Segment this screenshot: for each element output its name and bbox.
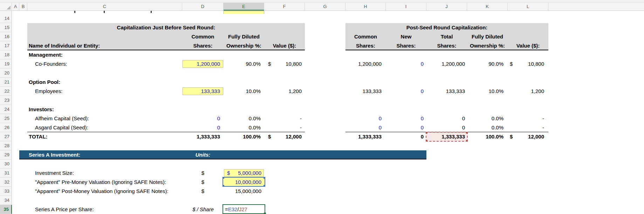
header-shares-h[interactable]: Shares: bbox=[345, 41, 386, 50]
column-header-d[interactable]: D bbox=[182, 3, 224, 10]
fill-handle-icon[interactable] bbox=[264, 213, 266, 214]
row-header-35-active[interactable]: 35 bbox=[0, 205, 12, 214]
section-option-pool[interactable]: Option Pool: bbox=[29, 78, 60, 87]
section-investors[interactable]: Investors: bbox=[29, 105, 54, 114]
row-header-26[interactable]: 26 bbox=[0, 123, 12, 132]
row-header-33[interactable]: 33 bbox=[0, 187, 12, 196]
formula-text[interactable]: =E32/J27 bbox=[225, 205, 247, 214]
alfheim-post-ownership[interactable]: 0.0% bbox=[467, 114, 503, 123]
header-value-right[interactable]: Value ($): bbox=[508, 41, 548, 50]
header-shares-i[interactable]: Shares: bbox=[386, 41, 426, 50]
row-header-28[interactable]: 28 bbox=[0, 141, 12, 150]
total-ownership[interactable]: 100.0% bbox=[224, 132, 261, 141]
column-header-c[interactable]: C bbox=[27, 3, 182, 10]
investment-size-unit[interactable]: $ bbox=[182, 169, 224, 178]
asgard-value[interactable]: - bbox=[264, 123, 302, 132]
row-header-34[interactable]: 34 bbox=[0, 196, 12, 205]
header-fully-diluted-right[interactable]: Fully Diluted bbox=[467, 32, 508, 41]
row-header-24[interactable]: 24 bbox=[0, 105, 12, 114]
row-header-15[interactable]: 15 bbox=[0, 23, 12, 32]
row-header-30[interactable]: 30 bbox=[0, 159, 12, 169]
row-header-14[interactable]: 14 bbox=[0, 14, 12, 23]
alfheim-post-value[interactable]: - bbox=[508, 114, 544, 123]
row-header-27[interactable]: 27 bbox=[0, 132, 12, 141]
row-header-22[interactable]: 22 bbox=[0, 87, 12, 96]
header-ownership-left[interactable]: Ownership %: bbox=[224, 41, 264, 50]
investment-size-value[interactable]: 5,000,000 bbox=[224, 169, 261, 178]
row-header-31[interactable]: 31 bbox=[0, 169, 12, 178]
column-header-b[interactable]: B bbox=[19, 3, 27, 10]
column-header-a[interactable]: A bbox=[12, 3, 19, 10]
pre-money-label[interactable]: "Apparent" Pre-Money Valuation (Ignoring… bbox=[35, 178, 166, 187]
column-header-i[interactable]: I bbox=[386, 3, 426, 10]
row-header-32[interactable]: 32 bbox=[0, 178, 12, 187]
employees-post-value[interactable]: 1,200 bbox=[508, 87, 544, 96]
total-total-shares[interactable]: 1,333,333 bbox=[426, 132, 465, 141]
column-header-g[interactable]: G bbox=[305, 3, 345, 10]
asgard-new-shares[interactable]: 0 bbox=[386, 123, 424, 132]
asgard-post-value[interactable]: - bbox=[508, 123, 544, 132]
row-header-23[interactable]: 23 bbox=[0, 96, 12, 105]
total-label[interactable]: TOTAL: bbox=[29, 132, 48, 141]
total-new-shares[interactable]: 0 bbox=[386, 132, 424, 141]
row-header-25[interactable]: 25 bbox=[0, 114, 12, 123]
select-all-corner[interactable] bbox=[0, 3, 12, 10]
alfheim-value[interactable]: - bbox=[264, 114, 302, 123]
asgard-ownership[interactable]: 0.0% bbox=[224, 123, 261, 132]
total-post-value[interactable]: 12,000 bbox=[508, 132, 544, 141]
pre-money-unit[interactable]: $ bbox=[182, 178, 224, 187]
post-money-label[interactable]: "Apparent" Post-Money Valuation (Ignorin… bbox=[35, 187, 169, 196]
price-per-share-unit[interactable]: $ / Share bbox=[182, 205, 214, 214]
alfheim-label[interactable]: Alfheim Capital (Seed): bbox=[35, 114, 89, 123]
asgard-common-shares[interactable]: 0 bbox=[182, 123, 220, 132]
asgard-post-common[interactable]: 0 bbox=[345, 123, 382, 132]
column-header-j[interactable]: J bbox=[426, 3, 467, 10]
pre-money-value[interactable]: 10,000,000 bbox=[224, 178, 261, 187]
column-header-e-selected[interactable]: E bbox=[224, 3, 264, 10]
alfheim-common-shares[interactable]: 0 bbox=[182, 114, 220, 123]
employees-ownership[interactable]: 10.0% bbox=[224, 87, 261, 96]
row-header-19[interactable]: 19 bbox=[0, 59, 12, 69]
co-founders-common-shares[interactable]: 1,200,000 bbox=[182, 59, 220, 69]
employees-total-shares[interactable]: 133,333 bbox=[426, 87, 465, 96]
price-per-share-label[interactable]: Series A Price per Share: bbox=[35, 205, 94, 214]
header-ownership-right[interactable]: Ownership %: bbox=[467, 41, 508, 50]
section-management[interactable]: Management: bbox=[29, 50, 63, 59]
total-common-shares[interactable]: 1,333,333 bbox=[182, 132, 220, 141]
co-founders-post-ownership[interactable]: 90.0% bbox=[467, 59, 503, 69]
co-founders-post-common[interactable]: 1,200,000 bbox=[345, 59, 382, 69]
column-header-k[interactable]: K bbox=[467, 3, 508, 10]
employees-new-shares[interactable]: 0 bbox=[386, 87, 424, 96]
co-founders-label[interactable]: Co-Founders: bbox=[35, 59, 67, 69]
post-money-unit[interactable]: $ bbox=[182, 187, 224, 196]
employees-value[interactable]: 1,200 bbox=[264, 87, 302, 96]
header-name-of-entity[interactable]: Name of Individual or Entity: bbox=[29, 41, 100, 50]
alfheim-new-shares[interactable]: 0 bbox=[386, 114, 424, 123]
total-value[interactable]: 12,000 bbox=[264, 132, 302, 141]
alfheim-total-shares[interactable]: 0 bbox=[426, 114, 465, 123]
asgard-total-shares[interactable]: 0 bbox=[426, 123, 465, 132]
employees-post-common[interactable]: 133,333 bbox=[345, 87, 382, 96]
asgard-post-ownership[interactable]: 0.0% bbox=[467, 123, 503, 132]
header-shares-j[interactable]: Shares: bbox=[426, 41, 467, 50]
employees-common-shares[interactable]: 133,333 bbox=[182, 87, 220, 96]
header-fully-diluted-left[interactable]: Fully Diluted bbox=[224, 32, 264, 41]
total-post-common[interactable]: 1,333,333 bbox=[345, 132, 382, 141]
co-founders-value[interactable]: 10,800 bbox=[264, 59, 302, 69]
left-table-title[interactable]: Capitalization Just Before Seed Round: bbox=[27, 23, 305, 32]
header-total[interactable]: Total bbox=[426, 32, 467, 41]
co-founders-post-value[interactable]: 10,800 bbox=[508, 59, 544, 69]
column-header-h[interactable]: H bbox=[345, 3, 386, 10]
row-header-16[interactable]: 16 bbox=[0, 32, 12, 41]
header-new[interactable]: New bbox=[386, 32, 426, 41]
employees-label[interactable]: Employees: bbox=[35, 87, 62, 96]
right-table-title[interactable]: Post-Seed Round Capitalization: bbox=[345, 23, 548, 32]
alfheim-post-common[interactable]: 0 bbox=[345, 114, 382, 123]
header-common-left[interactable]: Common bbox=[182, 32, 224, 41]
row-header-21[interactable]: 21 bbox=[0, 78, 12, 87]
header-value-left[interactable]: Value ($): bbox=[264, 41, 305, 50]
row-header-17[interactable]: 17 bbox=[0, 41, 12, 50]
row-header-29[interactable]: 29 bbox=[0, 150, 12, 159]
alfheim-ownership[interactable]: 0.0% bbox=[224, 114, 261, 123]
investment-size-label[interactable]: Investment Size: bbox=[35, 169, 74, 178]
